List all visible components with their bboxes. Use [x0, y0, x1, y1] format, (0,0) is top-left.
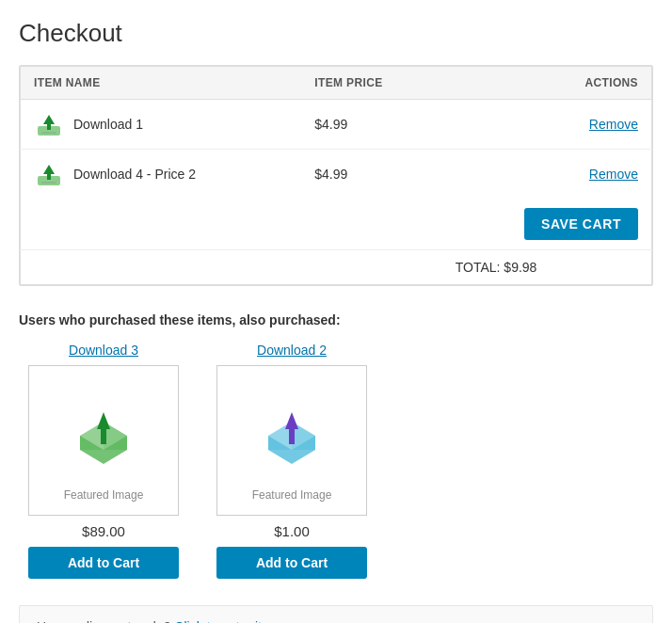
item-name: Download 4 - Price 2 — [73, 167, 196, 182]
product-card: Download 3 Featured Image $89.00 Add to … — [19, 343, 188, 579]
page-title: Checkout — [19, 19, 653, 48]
discount-bar: Have a discount code? Click to enter it — [19, 605, 653, 623]
discount-text: Have a discount code? — [37, 619, 170, 623]
cart-actions-row: SAVE CART — [21, 199, 652, 250]
product-image-label: Featured Image — [64, 488, 144, 502]
svg-rect-2 — [41, 132, 56, 134]
add-to-cart-button[interactable]: Add to Cart — [28, 547, 179, 579]
item-name-cell: Download 4 - Price 2 — [34, 159, 288, 189]
item-name-cell: Download 1 — [34, 109, 288, 139]
col-item-name: Item Name — [21, 67, 302, 100]
also-purchased-title: Users who purchased these items, also pu… — [19, 312, 653, 327]
also-purchased-section: Users who purchased these items, also pu… — [19, 312, 653, 579]
product-price: $1.00 — [274, 523, 310, 539]
products-grid: Download 3 Featured Image $89.00 Add to … — [19, 343, 653, 579]
add-to-cart-button[interactable]: Add to Cart — [216, 547, 367, 579]
cart-table: Item Name Item Price Actions Download 1 … — [20, 66, 652, 285]
col-actions: Actions — [442, 67, 652, 100]
product-price: $89.00 — [82, 523, 125, 539]
item-name: Download 1 — [73, 117, 143, 132]
remove-link[interactable]: Remove — [589, 167, 638, 182]
item-icon — [34, 109, 64, 139]
cart-table-wrapper: Item Name Item Price Actions Download 1 … — [19, 65, 653, 286]
product-link[interactable]: Download 2 — [257, 343, 327, 358]
product-link[interactable]: Download 3 — [69, 343, 138, 358]
cart-row: Download 4 - Price 2 $4.99Remove — [21, 150, 652, 200]
product-card: Download 2 Featured Image $1.00 Add to C… — [207, 343, 376, 579]
save-cart-button[interactable]: SAVE CART — [524, 208, 638, 240]
item-price: $4.99 — [301, 100, 441, 150]
item-icon — [34, 159, 64, 189]
cart-row: Download 1 $4.99Remove — [21, 100, 652, 150]
product-image-label: Featured Image — [252, 488, 332, 502]
remove-link[interactable]: Remove — [589, 117, 638, 132]
col-item-price: Item Price — [301, 67, 441, 100]
discount-link[interactable]: Click to enter it — [174, 619, 262, 623]
svg-rect-5 — [41, 182, 56, 184]
product-icon — [66, 403, 141, 478]
product-image-box: Featured Image — [28, 365, 179, 516]
cart-total: TOTAL: $9.98 — [442, 250, 652, 285]
product-icon — [254, 403, 329, 478]
item-price: $4.99 — [301, 150, 441, 200]
cart-total-row: TOTAL: $9.98 — [21, 250, 652, 285]
product-image-box: Featured Image — [216, 365, 367, 516]
